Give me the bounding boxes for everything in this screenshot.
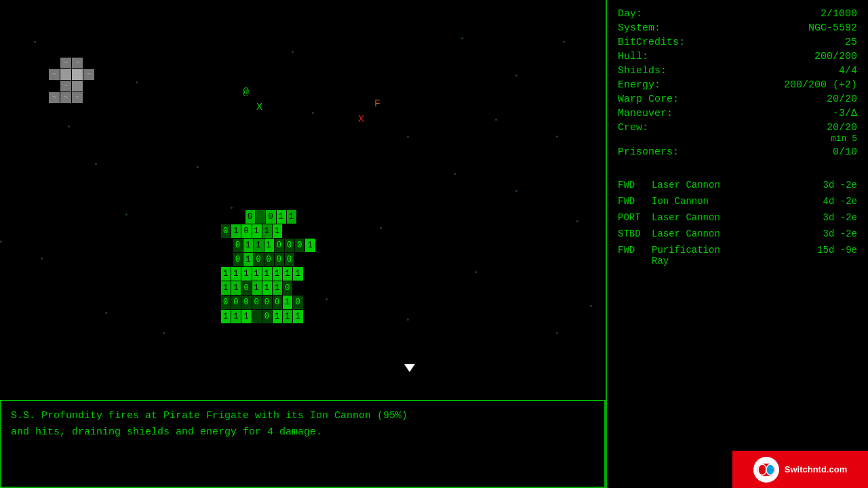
crew-min: min 5: [831, 134, 857, 144]
bitcredits-value: 25: [845, 37, 857, 48]
map-char-at: @: [243, 87, 249, 98]
prisoners-label: Prisoners:: [618, 146, 679, 158]
stat-bitcredits: BitCredits: 25: [618, 37, 857, 48]
nintendo-badge: Switchntd.com: [732, 451, 868, 488]
maneuver-value: -3/Δ: [833, 108, 857, 119]
stat-prisoners: Prisoners: 0/10: [618, 146, 857, 158]
warp-label: Warp Core:: [618, 94, 679, 105]
hull-value: 200/200: [814, 51, 857, 62]
system-value: NGC-5592: [808, 22, 857, 34]
crew-label: Crew:: [618, 122, 648, 144]
svg-rect-3: [766, 464, 774, 475]
stat-energy: Energy: 200/200 (+2): [618, 79, 857, 91]
shields-label: Shields:: [618, 65, 667, 77]
weapons-list: FWD Laser Cannon 3d -2e FWD Ion Cannon 4…: [618, 180, 857, 266]
weapon-dir-2: FWD: [618, 196, 652, 207]
weapon-dir-4: STBD: [618, 228, 652, 239]
player-ship: ~ ~ ~ ~ ~ ~ ~ ~: [49, 58, 106, 103]
weapon-stats-5: 15d -9e: [817, 245, 857, 256]
message-log: S.S. Profundity fires at Pirate Frigate …: [0, 400, 606, 488]
map-char-f: F: [374, 98, 380, 110]
shields-value: 4/4: [839, 65, 857, 77]
weapon-name-2: Ion Cannon: [652, 196, 823, 207]
message-line2: and hits, draining shields and energy fo…: [11, 424, 595, 441]
stat-shields: Shields: 4/4: [618, 65, 857, 77]
map-char-x2: X: [358, 114, 364, 125]
energy-label: Energy:: [618, 79, 660, 91]
weapon-stats-3: 3d -2e: [823, 212, 857, 223]
bitcredits-label: BitCredits:: [618, 37, 685, 48]
enemy-ship: 0 0 1 1 0 1 0 1 1 1 0 1 1 1 0 0 0: [221, 210, 370, 324]
weapon-name-4: Laser Cannon: [652, 228, 823, 239]
crew-value: 20/20: [827, 122, 857, 134]
weapon-name-5: Purification Ray: [652, 245, 817, 266]
message-line1: S.S. Profundity fires at Pirate Frigate …: [11, 408, 595, 424]
weapon-stats-1: 3d -2e: [823, 180, 857, 190]
system-label: System:: [618, 22, 660, 34]
day-label: Day:: [618, 8, 642, 20]
weapon-dir-3: PORT: [618, 212, 652, 223]
weapon-row-2: FWD Ion Cannon 4d -2e: [618, 196, 857, 207]
stat-warp: Warp Core: 20/20: [618, 94, 857, 105]
weapon-dir-5: FWD: [618, 245, 652, 256]
weapon-name-1: Laser Cannon: [652, 180, 823, 190]
nintendo-text: Switchntd.com: [785, 464, 847, 474]
weapon-row-3: PORT Laser Cannon 3d -2e: [618, 212, 857, 223]
stat-system: System: NGC-5592: [618, 22, 857, 34]
stat-hull: Hull: 200/200: [618, 51, 857, 62]
weapon-row-1: FWD Laser Cannon 3d -2e: [618, 180, 857, 190]
day-value: 2/1000: [821, 8, 857, 20]
hull-label: Hull:: [618, 51, 648, 62]
warp-value: 20/20: [827, 94, 857, 105]
weapon-stats-4: 3d -2e: [823, 228, 857, 239]
weapon-row-5: FWD Purification Ray 15d -9e: [618, 245, 857, 266]
weapon-dir-1: FWD: [618, 180, 652, 190]
weapon-name-3: Laser Cannon: [652, 212, 823, 223]
stat-day: Day: 2/1000: [618, 8, 857, 20]
prisoners-value: 0/10: [833, 146, 857, 158]
direction-arrow: [404, 364, 415, 372]
maneuver-label: Maneuver:: [618, 108, 673, 119]
energy-value: 200/200 (+2): [784, 79, 857, 91]
game-area: ~ ~ ~ ~ ~ ~ ~ ~ @ X F X: [0, 0, 606, 488]
stat-crew: Crew: 20/20 min 5: [618, 122, 857, 144]
weapon-row-4: STBD Laser Cannon 3d -2e: [618, 228, 857, 239]
weapon-stats-2: 4d -2e: [823, 196, 857, 207]
map-char-x1: X: [256, 102, 262, 113]
switch-logo-icon: [753, 457, 779, 483]
right-panel: Day: 2/1000 System: NGC-5592 BitCredits:…: [606, 0, 868, 488]
stat-maneuver: Maneuver: -3/Δ: [618, 108, 857, 119]
svg-rect-2: [758, 464, 766, 475]
